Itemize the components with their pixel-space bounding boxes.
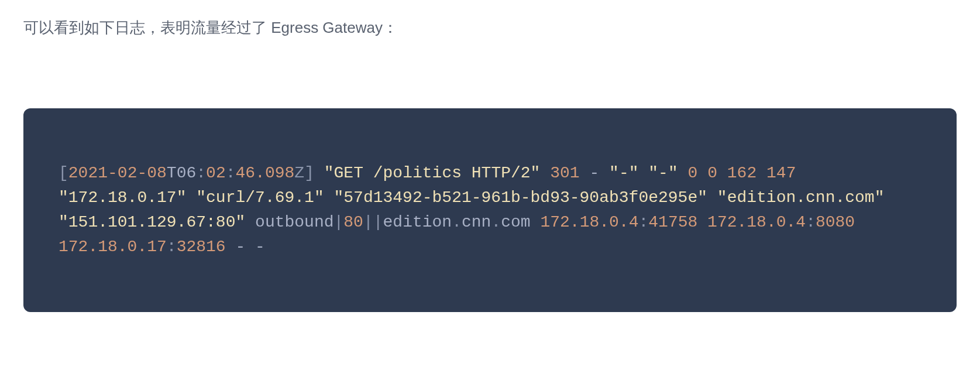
log-ip-a: 172.18.0.4 xyxy=(540,213,638,231)
log-status: 301 xyxy=(550,164,579,182)
sp xyxy=(531,213,541,231)
log-code-block: [2021-02-08T06:02:46.098Z] "GET /politic… xyxy=(23,108,957,312)
log-request: "GET /politics HTTP/2" xyxy=(324,164,541,182)
log-pipe1: | xyxy=(334,213,344,231)
log-dot1: . xyxy=(452,213,462,231)
log-n162: 162 xyxy=(727,164,757,182)
log-sec: 46.098 xyxy=(236,164,295,182)
log-port80: 80 xyxy=(343,213,363,231)
log-colon-1: : xyxy=(196,164,206,182)
log-date: 2021-02-08 xyxy=(68,164,167,182)
sp xyxy=(186,189,196,207)
log-ip1: "172.18.0.17" xyxy=(59,189,186,207)
log-z-close: Z] xyxy=(294,164,324,182)
log-n0b: 0 xyxy=(707,164,717,182)
sp xyxy=(697,213,707,231)
intro-text: 可以看到如下日志，表明流量经过了 Egress Gateway： xyxy=(23,18,957,38)
sp xyxy=(717,164,727,182)
sp xyxy=(678,164,688,182)
log-colon-b: : xyxy=(806,213,816,231)
log-min: 02 xyxy=(206,164,226,182)
log-port-a: 41758 xyxy=(648,213,697,231)
log-port-c: 32816 xyxy=(177,238,226,256)
sp xyxy=(540,164,550,182)
log-host: "edition.cnn.com" xyxy=(717,189,885,207)
log-agent: "curl/7.69.1" xyxy=(196,189,324,207)
log-colon-c: : xyxy=(167,238,177,256)
log-n147: 147 xyxy=(766,164,796,182)
sp xyxy=(639,164,649,182)
sp xyxy=(707,189,717,207)
log-uuid: "57d13492-b521-961b-bd93-90ab3f0e295e" xyxy=(334,189,708,207)
log-cnn: cnn xyxy=(462,213,491,231)
sp xyxy=(697,164,707,182)
log-outbound: outbound xyxy=(255,213,333,231)
log-open-bracket: [ xyxy=(59,164,68,182)
sp xyxy=(324,189,334,207)
log-pipe2: || xyxy=(363,213,383,231)
log-dash-group: - xyxy=(580,164,609,182)
log-trail: - - xyxy=(226,238,265,256)
log-colon-2: : xyxy=(226,164,236,182)
log-edition: edition xyxy=(383,213,452,231)
log-t: T06 xyxy=(167,164,196,182)
log-ip-c: 172.18.0.17 xyxy=(59,238,167,256)
log-target: "151.101.129.67:80" xyxy=(59,213,245,231)
sp xyxy=(245,213,255,231)
log-n0a: 0 xyxy=(688,164,698,182)
log-ip-b: 172.18.0.4 xyxy=(707,213,806,231)
log-q2: "-" xyxy=(648,164,678,182)
log-com: com xyxy=(501,213,530,231)
log-colon-a: : xyxy=(638,213,648,231)
log-port-b: 8080 xyxy=(816,213,855,231)
log-q1: "-" xyxy=(609,164,638,182)
sp xyxy=(757,164,766,182)
log-dot2: . xyxy=(491,213,501,231)
